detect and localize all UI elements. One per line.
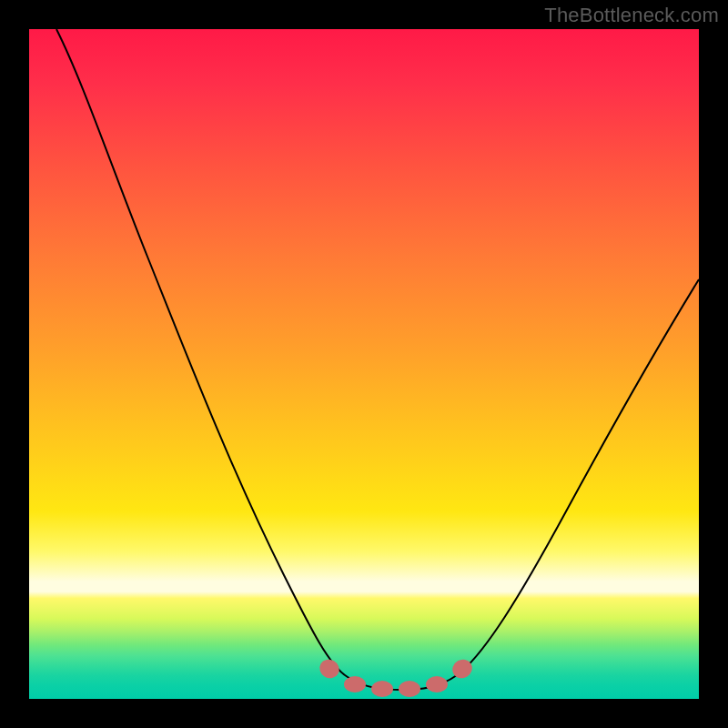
svg-point-2 [371,681,393,697]
valley-dots [316,656,475,697]
svg-point-0 [316,656,342,682]
watermark-text: TheBottleneck.com [544,4,719,27]
plot-area [29,29,699,699]
svg-point-4 [426,676,448,693]
svg-point-1 [344,676,366,693]
svg-point-3 [399,681,420,697]
curve-svg [29,29,699,699]
chart-frame: TheBottleneck.com [0,0,728,728]
bottleneck-curve-path [56,29,699,690]
